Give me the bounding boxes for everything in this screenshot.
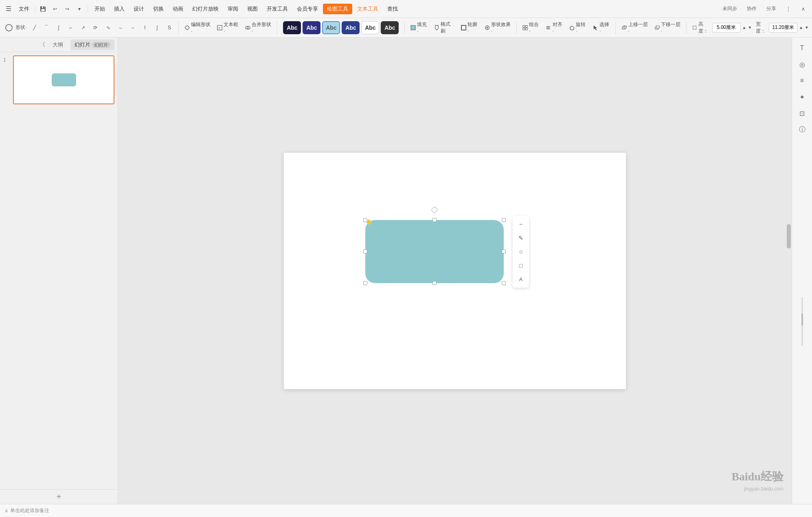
slide-thumbnail-1[interactable] bbox=[13, 55, 114, 104]
sidebar-scrollbar[interactable] bbox=[801, 297, 803, 346]
text-frame-btn[interactable]: T 文本框· bbox=[215, 20, 241, 35]
sidebar-scroll-thumb[interactable] bbox=[801, 313, 803, 326]
style-black-btn[interactable]: Abc bbox=[381, 21, 399, 34]
sidebar-location-btn[interactable]: ◎ bbox=[795, 57, 810, 72]
outline-btn[interactable]: 轮廓· bbox=[459, 20, 481, 35]
float-text-btn[interactable]: A bbox=[514, 273, 527, 286]
redo-icon[interactable]: ↪ bbox=[61, 3, 73, 15]
format-brush-btn[interactable]: 格式刷 bbox=[432, 20, 457, 36]
slide-canvas[interactable]: − ✎ ☆ □ A bbox=[284, 153, 626, 389]
style-darkblue-btn[interactable]: Abc bbox=[303, 21, 320, 34]
menu-switch[interactable]: 切换 bbox=[149, 4, 168, 14]
unsync-button[interactable]: 未同步 bbox=[719, 4, 740, 13]
note-area[interactable]: ≡ 单击此处添加备注 bbox=[0, 504, 812, 517]
height-input[interactable] bbox=[712, 23, 741, 33]
up-one-btn[interactable]: 上移一层· bbox=[619, 20, 650, 35]
menu-review[interactable]: 审阅 bbox=[224, 4, 242, 14]
rotate-btn[interactable]: 旋转· bbox=[567, 20, 589, 35]
line3-icon[interactable]: ∫ bbox=[53, 22, 64, 33]
canvas-area[interactable]: − ✎ ☆ □ A Baidu经验 jingyan.baidu.com bbox=[118, 37, 792, 504]
slides-tab[interactable]: 幻灯片 幻灯片 bbox=[70, 40, 114, 50]
height-stepper-down[interactable]: ▼ bbox=[748, 25, 752, 30]
menu-design[interactable]: 设计 bbox=[129, 4, 148, 14]
rounded-rect-shape[interactable] bbox=[365, 220, 504, 283]
line4-icon[interactable]: ⌐ bbox=[65, 22, 77, 33]
sidebar-crop-btn[interactable]: ⊡ bbox=[795, 106, 810, 121]
rotate-handle[interactable] bbox=[432, 207, 437, 213]
curve6-icon[interactable]: S bbox=[164, 22, 175, 33]
line1-icon[interactable]: ╱ bbox=[29, 22, 40, 33]
curve4-icon[interactable]: ⌇ bbox=[139, 22, 151, 33]
handle-bottom-center[interactable] bbox=[432, 281, 437, 285]
width-stepper-down[interactable]: ▼ bbox=[805, 25, 809, 30]
ellipse-tool[interactable] bbox=[3, 22, 15, 33]
menu-devtools[interactable]: 开发工具 bbox=[263, 4, 292, 14]
collab-button[interactable]: 协作 bbox=[744, 4, 760, 13]
minimize-icon[interactable]: ∧ bbox=[797, 3, 809, 15]
float-star-btn[interactable]: ☆ bbox=[514, 245, 527, 258]
curve3-icon[interactable]: ⌢ bbox=[127, 22, 138, 33]
undo-icon[interactable]: ↩ bbox=[49, 3, 61, 15]
shape-label[interactable]: 形状· bbox=[15, 22, 27, 33]
menu-file[interactable]: 文件 bbox=[15, 4, 33, 14]
style-white-btn[interactable]: Abc bbox=[361, 21, 379, 34]
sidebar-settings-btn[interactable]: ≡ bbox=[795, 73, 810, 88]
curve5-icon[interactable]: ∫ bbox=[151, 22, 163, 33]
shape-effect-btn[interactable]: 形状效果· bbox=[482, 20, 513, 35]
handle-mid-right[interactable] bbox=[502, 249, 506, 253]
more-icon[interactable]: ▾ bbox=[74, 3, 85, 15]
handle-top-right[interactable] bbox=[502, 218, 506, 222]
menu-search[interactable]: 查找 bbox=[383, 4, 402, 14]
collapse-panel-btn[interactable]: 《 bbox=[40, 41, 45, 48]
menu-slideshow[interactable]: 幻灯片放映 bbox=[188, 4, 223, 14]
float-minus-btn[interactable]: − bbox=[514, 218, 527, 231]
width-stepper-up[interactable]: ▲ bbox=[799, 25, 803, 30]
align-btn[interactable]: 对齐· bbox=[543, 20, 565, 35]
hamburger-icon[interactable]: ☰ bbox=[3, 3, 14, 14]
more-menu-icon[interactable]: ⋮ bbox=[783, 3, 794, 15]
fill-btn[interactable]: 填充· bbox=[408, 20, 430, 35]
curve2-icon[interactable]: ⌣ bbox=[115, 22, 126, 33]
share-button[interactable]: 分享 bbox=[763, 4, 779, 13]
vscroll-thumb[interactable] bbox=[787, 224, 791, 249]
style-lightblue-btn[interactable]: Abc bbox=[322, 21, 340, 34]
menu-insert[interactable]: 插入 bbox=[110, 4, 129, 14]
shape-container[interactable]: − ✎ ☆ □ A bbox=[361, 216, 508, 287]
style-navy-btn[interactable]: Abc bbox=[342, 21, 360, 34]
style-dark-btn[interactable]: Abc bbox=[283, 21, 301, 34]
menu-start[interactable]: 开始 bbox=[90, 4, 109, 14]
save-icon[interactable]: 💾 bbox=[37, 3, 48, 15]
add-slide-button[interactable]: + bbox=[0, 489, 118, 504]
menu-view[interactable]: 视图 bbox=[243, 4, 262, 14]
float-pen-btn[interactable]: ✎ bbox=[514, 231, 527, 244]
merge-shape-btn[interactable]: 合并形状· bbox=[243, 20, 274, 35]
curve1-icon[interactable]: ∿ bbox=[103, 22, 114, 33]
sidebar-star-btn[interactable]: ✦ bbox=[795, 90, 810, 104]
down-one-btn[interactable]: 下移一层· bbox=[652, 20, 683, 35]
group-btn[interactable]: 组合· bbox=[520, 20, 542, 35]
sidebar-info-btn[interactable]: ⓘ bbox=[795, 122, 810, 137]
handle-top-center[interactable] bbox=[432, 218, 437, 222]
menu-vip[interactable]: 会员专享 bbox=[293, 4, 322, 14]
edit-shape-btn[interactable]: 编辑形状· bbox=[182, 20, 213, 35]
handle-bottom-left[interactable] bbox=[363, 281, 367, 285]
width-group: 宽度： ▲ ▼ bbox=[756, 21, 809, 35]
vscroll-track[interactable] bbox=[786, 37, 792, 504]
outline-tab[interactable]: 大纲 bbox=[48, 40, 67, 50]
select-btn[interactable]: 选择· bbox=[590, 20, 612, 35]
line6-icon[interactable]: ⟳ bbox=[90, 22, 101, 33]
width-input[interactable] bbox=[769, 23, 797, 33]
height-stepper-up[interactable]: ▲ bbox=[742, 25, 746, 30]
sidebar-text-btn[interactable]: T bbox=[795, 41, 810, 55]
note-placeholder[interactable]: 单击此处添加备注 bbox=[10, 507, 49, 514]
menu-animate[interactable]: 动画 bbox=[169, 4, 187, 14]
handle-mid-left[interactable] bbox=[363, 249, 367, 253]
canvas-vscrollbar[interactable] bbox=[786, 37, 792, 504]
handle-bottom-right[interactable] bbox=[502, 281, 506, 285]
menu-texttool[interactable]: 文本工具 bbox=[353, 4, 382, 14]
float-square-btn[interactable]: □ bbox=[514, 259, 527, 272]
menu-drawtool[interactable]: 绘图工具 bbox=[323, 4, 352, 14]
menu-bar: ☰ 文件 💾 ↩ ↪ ▾ 开始 插入 设计 切换 动画 幻灯片放映 审阅 视图 … bbox=[0, 0, 812, 18]
line2-icon[interactable]: ⌒ bbox=[41, 22, 52, 33]
line5-icon[interactable]: ↗ bbox=[77, 22, 89, 33]
